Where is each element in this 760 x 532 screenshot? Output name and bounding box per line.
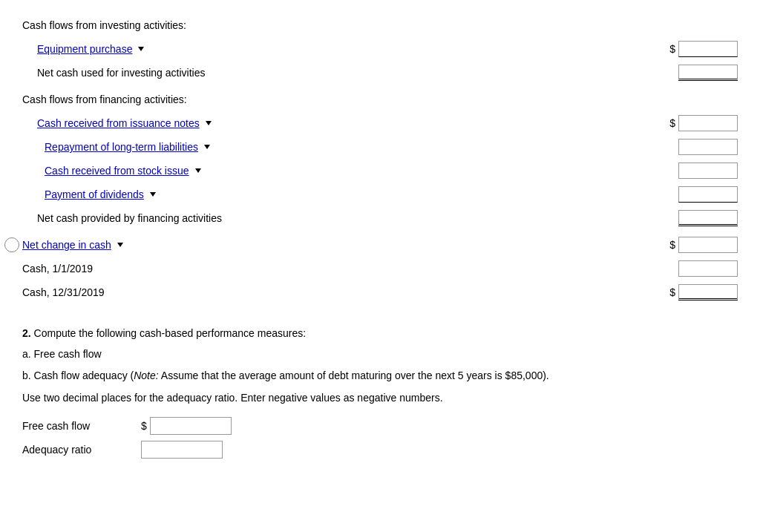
compute-item-b-note-text: Assume that the average amount of debt m… xyxy=(159,370,549,381)
adequacy-ratio-row: Adequacy ratio xyxy=(22,441,738,459)
cash-beginning-label: Cash, 1/1/2019 xyxy=(22,263,589,275)
issuance-notes-arrow-icon[interactable] xyxy=(206,121,212,125)
stock-issue-input[interactable] xyxy=(678,162,738,179)
free-cash-flow-label: Free cash flow xyxy=(22,420,141,432)
equipment-input[interactable] xyxy=(678,41,738,57)
repayment-label: Repayment of long-term liabilities xyxy=(22,141,589,153)
net-investing-label: Net cash used for investing activities xyxy=(22,67,589,79)
issuance-notes-dropdown[interactable]: Cash received from issuance notes xyxy=(37,117,212,129)
compute-item-b-prefix: b. Cash flow adequacy ( xyxy=(22,370,134,381)
dividends-dropdown[interactable]: Payment of dividends xyxy=(45,188,156,200)
compute-instruction: Use two decimal places for the adequacy … xyxy=(22,390,738,406)
adequacy-ratio-input-area xyxy=(141,441,223,459)
cash-ending-dollar: $ xyxy=(669,286,675,298)
net-financing-row: Net cash provided by financing activitie… xyxy=(22,208,738,229)
adequacy-ratio-label: Adequacy ratio xyxy=(22,444,141,456)
net-financing-label: Net cash provided by financing activitie… xyxy=(22,212,589,224)
net-financing-input[interactable] xyxy=(678,210,738,226)
stock-issue-dropdown[interactable]: Cash received from stock issue xyxy=(45,165,201,177)
equipment-row: Equipment purchase $ xyxy=(22,39,738,59)
dividends-label: Payment of dividends xyxy=(22,188,589,200)
compute-item-b: b. Cash flow adequacy (Note: Assume that… xyxy=(22,367,738,384)
equipment-dollar: $ xyxy=(669,43,675,55)
compute-section: 2. Compute the following cash-based perf… xyxy=(22,325,738,459)
investing-header-row: Cash flows from investing activities: xyxy=(22,15,738,36)
dividends-input[interactable] xyxy=(678,186,738,203)
repayment-input[interactable] xyxy=(678,139,738,155)
net-change-input[interactable] xyxy=(678,237,738,253)
compute-item-a: a. Free cash flow xyxy=(22,346,738,362)
cash-ending-input-area: $ xyxy=(589,284,738,301)
equipment-label: Equipment purchase xyxy=(22,43,589,55)
dividends-row: Payment of dividends xyxy=(22,184,738,205)
equipment-input-area: $ xyxy=(589,41,738,57)
stock-issue-row: Cash received from stock issue xyxy=(22,160,738,181)
compute-item-b-note: Note: xyxy=(134,370,158,381)
net-change-arrow-icon[interactable] xyxy=(117,243,123,247)
free-cash-flow-row: Free cash flow $ xyxy=(22,417,738,435)
repayment-input-area xyxy=(589,139,738,155)
financing-header: Cash flows from financing activities: xyxy=(22,93,574,105)
issuance-notes-dollar: $ xyxy=(669,117,675,129)
free-cash-flow-input-area: $ xyxy=(141,417,232,435)
circle-decoration xyxy=(4,237,19,252)
cash-ending-label: Cash, 12/31/2019 xyxy=(22,286,589,298)
compute-header-text: Compute the following cash-based perform… xyxy=(34,327,307,339)
net-change-label: Net change in cash xyxy=(22,239,589,251)
net-change-dollar: $ xyxy=(669,239,675,251)
net-investing-row: Net cash used for investing activities xyxy=(22,62,738,83)
free-cash-flow-dollar: $ xyxy=(141,420,147,432)
financing-section: Cash flows from financing activities: Ca… xyxy=(22,89,738,229)
dividends-arrow-icon[interactable] xyxy=(150,192,156,197)
net-investing-input-area xyxy=(589,65,738,81)
issuance-notes-label: Cash received from issuance notes xyxy=(22,117,589,129)
financing-header-row: Cash flows from financing activities: xyxy=(22,89,738,110)
net-investing-input[interactable] xyxy=(678,65,738,81)
compute-header: 2. Compute the following cash-based perf… xyxy=(22,325,738,341)
cash-beginning-input-area xyxy=(589,260,738,277)
adequacy-ratio-input[interactable] xyxy=(141,441,223,459)
repayment-dropdown[interactable]: Repayment of long-term liabilities xyxy=(45,141,210,153)
cash-ending-row: Cash, 12/31/2019 $ xyxy=(22,282,738,303)
net-change-input-area: $ xyxy=(589,237,738,253)
investing-header: Cash flows from investing activities: xyxy=(22,19,574,31)
issuance-notes-input[interactable] xyxy=(678,115,738,131)
equipment-arrow-icon[interactable] xyxy=(138,47,144,51)
stock-issue-arrow-icon[interactable] xyxy=(195,168,201,173)
free-cash-flow-input[interactable] xyxy=(150,417,232,435)
cash-ending-input[interactable] xyxy=(678,284,738,301)
issuance-notes-row: Cash received from issuance notes $ xyxy=(22,113,738,134)
compute-number: 2. xyxy=(22,327,31,339)
net-change-dropdown[interactable]: Net change in cash xyxy=(22,239,123,251)
cash-beginning-row: Cash, 1/1/2019 xyxy=(22,258,738,279)
dividends-input-area xyxy=(589,186,738,203)
stock-issue-input-area xyxy=(589,162,738,179)
net-change-row: Net change in cash $ xyxy=(22,234,738,255)
net-financing-input-area xyxy=(589,210,738,226)
equipment-dropdown[interactable]: Equipment purchase xyxy=(37,43,144,55)
investing-section: Cash flows from investing activities: Eq… xyxy=(22,15,738,83)
issuance-notes-input-area: $ xyxy=(589,115,738,131)
repayment-arrow-icon[interactable] xyxy=(204,145,210,149)
net-change-section: Net change in cash $ xyxy=(22,234,738,255)
repayment-row: Repayment of long-term liabilities xyxy=(22,137,738,157)
cash-beginning-input[interactable] xyxy=(678,260,738,277)
stock-issue-label: Cash received from stock issue xyxy=(22,165,589,177)
